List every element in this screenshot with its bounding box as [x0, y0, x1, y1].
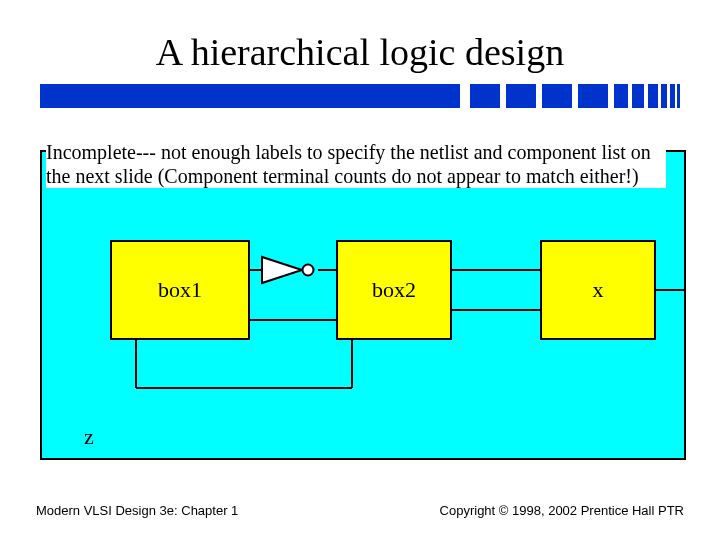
box-2: box2 [336, 240, 452, 340]
svg-marker-20 [262, 257, 302, 283]
svg-rect-9 [670, 84, 675, 108]
svg-rect-5 [614, 84, 628, 108]
svg-rect-8 [661, 84, 667, 108]
svg-rect-6 [632, 84, 644, 108]
svg-rect-0 [40, 84, 460, 108]
svg-rect-10 [677, 84, 680, 108]
svg-rect-1 [470, 84, 500, 108]
footer-right: Copyright © 1998, 2002 Prentice Hall PTR [440, 503, 684, 518]
svg-point-21 [303, 265, 314, 276]
box-3-label: x [593, 277, 604, 303]
svg-rect-7 [648, 84, 658, 108]
svg-rect-4 [578, 84, 608, 108]
box-2-label: box2 [372, 277, 416, 303]
inverter-icon [260, 255, 320, 285]
footer-left: Modern VLSI Design 3e: Chapter 1 [36, 503, 238, 518]
box-1-label: box1 [158, 277, 202, 303]
box-3: x [540, 240, 656, 340]
caption-text: Incomplete--- not enough labels to speci… [46, 140, 666, 188]
page-title: A hierarchical logic design [0, 30, 720, 74]
svg-rect-2 [506, 84, 536, 108]
title-divider [40, 84, 680, 108]
svg-rect-3 [542, 84, 572, 108]
z-label: z [84, 424, 94, 450]
box-1: box1 [110, 240, 250, 340]
